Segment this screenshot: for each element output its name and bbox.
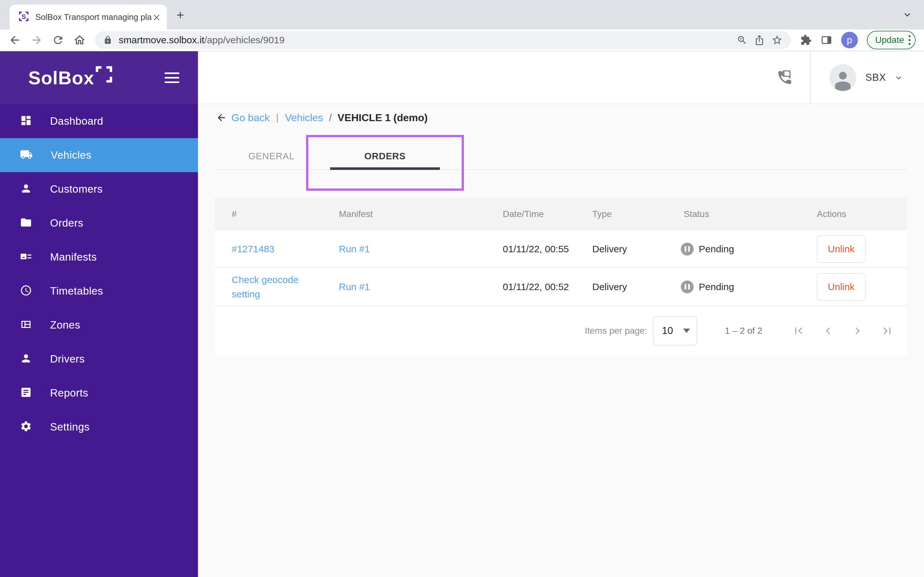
report-icon: [20, 386, 32, 400]
dropdown-triangle-icon: [683, 329, 690, 333]
status-cell: Pending: [667, 243, 776, 255]
order-link[interactable]: #1271483: [232, 242, 274, 256]
order-link[interactable]: Check geocode setting: [232, 272, 311, 301]
back-button[interactable]: [8, 34, 21, 47]
address-bar[interactable]: smartmove.solbox.it/app/vehicles/9019: [95, 31, 791, 49]
app-header: SBX: [198, 51, 924, 104]
header-divider: [810, 51, 811, 103]
svg-text:S: S: [21, 13, 26, 20]
logo-text: SolBox: [28, 69, 94, 87]
vehicles-link[interactable]: Vehicles: [285, 112, 323, 124]
col-header-actions: Actions: [776, 209, 907, 219]
type-cell: Delivery: [587, 282, 667, 292]
previous-page-button[interactable]: [821, 324, 835, 338]
browser-window: S SolBox Transport managing pla: [0, 0, 924, 577]
url-host: smartmove.solbox.it: [119, 35, 204, 45]
manifest-link[interactable]: Run #1: [339, 279, 370, 294]
unlink-button[interactable]: Unlink: [817, 235, 866, 263]
page-size-value: 10: [662, 325, 673, 337]
url-text: smartmove.solbox.it/app/vehicles/9019: [119, 35, 284, 45]
manifest-icon: [20, 250, 32, 264]
browser-tab[interactable]: S SolBox Transport managing pla: [10, 5, 167, 29]
person-icon: [20, 352, 32, 366]
sidebar-item-orders[interactable]: Orders: [0, 206, 198, 240]
datetime-cell: 01/11/22, 00:55: [491, 243, 587, 255]
sidebar-item-reports[interactable]: Reports: [0, 376, 198, 410]
solbox-favicon-icon: S: [18, 11, 29, 23]
back-arrow-icon[interactable]: [216, 112, 227, 123]
solbox-logo: SolBox: [28, 69, 112, 87]
items-per-page-label: Items per page:: [585, 326, 648, 336]
tab-close-icon[interactable]: [152, 13, 161, 21]
page-size-select[interactable]: 10: [653, 316, 697, 346]
home-button[interactable]: [73, 34, 86, 47]
sidebar-item-vehicles[interactable]: Vehicles: [0, 138, 198, 172]
reload-button[interactable]: [52, 34, 64, 46]
status-label: Pending: [699, 243, 734, 255]
zones-grid-icon: [20, 318, 32, 332]
page-range-label: 1 – 2 of 2: [725, 326, 762, 336]
browser-profile-avatar[interactable]: p: [841, 32, 858, 48]
unlink-button[interactable]: Unlink: [817, 273, 866, 301]
new-tab-button[interactable]: [175, 10, 186, 21]
col-header-datetime: Date/Time: [491, 209, 587, 219]
browser-toolbar: smartmove.solbox.it/app/vehicles/9019 p …: [0, 29, 924, 51]
tab-search-chevron-icon[interactable]: [901, 9, 913, 21]
pending-pause-icon: [681, 243, 694, 255]
tab-title: SolBox Transport managing pla: [35, 12, 152, 22]
breadcrumb-slash: /: [329, 112, 332, 124]
url-path: /app/vehicles/9019: [204, 35, 284, 45]
orders-table: # Manifest Date/Time Type Status Actions…: [215, 197, 907, 355]
last-page-button[interactable]: [880, 324, 894, 338]
user-avatar[interactable]: [829, 64, 856, 91]
lock-icon[interactable]: [103, 35, 112, 45]
truck-icon: [20, 148, 33, 162]
detail-tabs: GENERAL ORDERS: [215, 143, 907, 170]
table-row: Check geocode setting Run #1 01/11/22, 0…: [215, 268, 907, 306]
status-cell: Pending: [667, 280, 776, 293]
col-header-type: Type: [587, 209, 667, 219]
go-back-link[interactable]: Go back: [231, 112, 270, 124]
sidebar-logo-band: SolBox: [0, 51, 198, 104]
sidebar-item-manifests[interactable]: Manifests: [0, 240, 198, 274]
tab-orders[interactable]: ORDERS: [328, 143, 442, 169]
side-panel-icon[interactable]: [821, 34, 832, 46]
breadcrumb-separator: |: [276, 112, 278, 123]
folder-icon: [20, 216, 32, 230]
manifest-link[interactable]: Run #1: [339, 242, 370, 256]
pager-controls: [792, 324, 894, 338]
table-row: #1271483 Run #1 01/11/22, 00:55 Delivery…: [215, 230, 907, 268]
pending-pause-icon: [681, 280, 694, 293]
page-title: VEHICLE 1 (demo): [338, 112, 428, 124]
tab-general[interactable]: GENERAL: [215, 143, 328, 169]
zoom-icon[interactable]: [737, 35, 748, 45]
bookmark-star-icon[interactable]: [771, 34, 783, 46]
type-cell: Delivery: [587, 243, 667, 255]
sidebar-item-drivers[interactable]: Drivers: [0, 342, 198, 376]
table-header-row: # Manifest Date/Time Type Status Actions: [215, 197, 907, 230]
update-button[interactable]: Update: [867, 31, 916, 49]
sidebar-item-customers[interactable]: Customers: [0, 172, 198, 206]
datetime-cell: 01/11/22, 00:52: [491, 282, 587, 292]
status-label: Pending: [699, 282, 734, 292]
extensions-puzzle-icon[interactable]: [800, 34, 812, 46]
forward-button[interactable]: [30, 34, 43, 47]
sidebar-item-dashboard[interactable]: Dashboard: [0, 104, 198, 138]
phone-message-icon[interactable]: [776, 69, 793, 86]
col-header-number: #: [215, 209, 334, 219]
gear-icon: [20, 420, 32, 434]
next-page-button[interactable]: [851, 324, 864, 338]
table-pagination: Items per page: 10 1 – 2 of 2: [215, 306, 907, 355]
share-icon[interactable]: [754, 35, 765, 45]
content-area: Go back | Vehicles / VEHICLE 1 (demo) GE…: [198, 104, 924, 577]
browser-menu-kebab-icon: [909, 35, 911, 45]
account-chevron-down-icon[interactable]: [893, 72, 904, 83]
sidebar-item-timetables[interactable]: Timetables: [0, 274, 198, 308]
sidebar: SolBox Dashboard Vehicles: [0, 51, 198, 577]
sidebar-item-settings[interactable]: Settings: [0, 410, 198, 444]
hamburger-menu-icon[interactable]: [165, 73, 179, 83]
sidebar-item-zones[interactable]: Zones: [0, 308, 198, 342]
first-page-button[interactable]: [792, 324, 805, 338]
breadcrumb: Go back | Vehicles / VEHICLE 1 (demo): [216, 109, 907, 127]
person-icon: [20, 182, 32, 196]
